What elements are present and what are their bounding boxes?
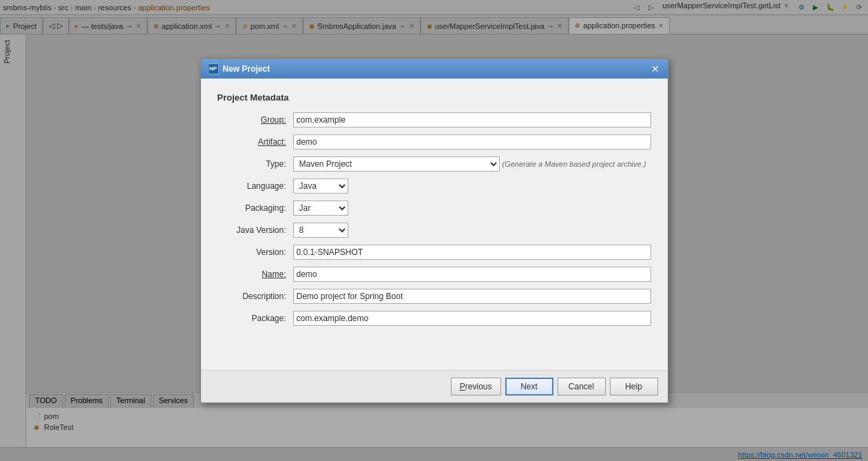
input-package[interactable]	[293, 311, 651, 326]
form-row-group: Group:	[218, 112, 651, 127]
label-java-version: Java Version:	[218, 225, 293, 235]
dialog-title-text: New Project	[223, 64, 271, 74]
dialog-content: Project Metadata Group: Artifact: Type: …	[201, 79, 668, 370]
modal-overlay: NP New Project ✕ Project Metadata Group:…	[0, 0, 868, 461]
label-description: Description:	[218, 291, 293, 301]
form-row-version: Version:	[218, 245, 651, 260]
dialog-title-icon: NP	[208, 63, 219, 74]
form-row-description: Description:	[218, 289, 651, 304]
select-type[interactable]: Maven Project Gradle Project	[293, 156, 500, 172]
next-button[interactable]: Next	[505, 378, 553, 396]
dialog-title-left: NP New Project	[208, 63, 271, 74]
section-title: Project Metadata	[218, 92, 651, 103]
form-row-java-version: Java Version: 8 11 17 21	[218, 223, 651, 238]
dialog-footer: Previous Next Cancel Help	[201, 370, 668, 402]
type-select-container: Maven Project Gradle Project (Generate a…	[293, 156, 646, 172]
previous-button[interactable]: Previous	[451, 378, 501, 396]
input-name[interactable]	[293, 267, 651, 282]
form-row-language: Language: Java Kotlin Groovy	[218, 178, 651, 194]
dialog-titlebar: NP New Project ✕	[201, 59, 668, 79]
form-row-name: Name:	[218, 267, 651, 282]
label-package: Package:	[218, 314, 293, 323]
help-button[interactable]: Help	[610, 378, 658, 396]
form-row-packaging: Packaging: Jar War	[218, 201, 651, 216]
select-java-version[interactable]: 8 11 17 21	[293, 223, 348, 238]
select-language[interactable]: Java Kotlin Groovy	[293, 178, 348, 194]
dialog-close-button[interactable]: ✕	[650, 63, 661, 74]
label-name: Name:	[218, 269, 293, 279]
label-artifact: Artifact:	[218, 137, 293, 147]
form-row-type: Type: Maven Project Gradle Project (Gene…	[218, 156, 651, 172]
label-group: Group:	[218, 115, 293, 125]
form-row-package: Package:	[218, 311, 651, 326]
label-packaging: Packaging:	[218, 203, 293, 213]
input-version[interactable]	[293, 245, 651, 260]
type-description: (Generate a Maven based project archive.…	[502, 160, 646, 168]
input-group[interactable]	[293, 112, 651, 127]
cancel-button[interactable]: Cancel	[558, 378, 606, 396]
form-row-artifact: Artifact:	[218, 134, 651, 150]
input-artifact[interactable]	[293, 134, 651, 150]
label-language: Language:	[218, 181, 293, 191]
input-description[interactable]	[293, 289, 651, 304]
new-project-dialog: NP New Project ✕ Project Metadata Group:…	[200, 59, 668, 403]
label-type: Type:	[218, 159, 293, 169]
label-version: Version:	[218, 247, 293, 257]
select-packaging[interactable]: Jar War	[293, 201, 348, 216]
